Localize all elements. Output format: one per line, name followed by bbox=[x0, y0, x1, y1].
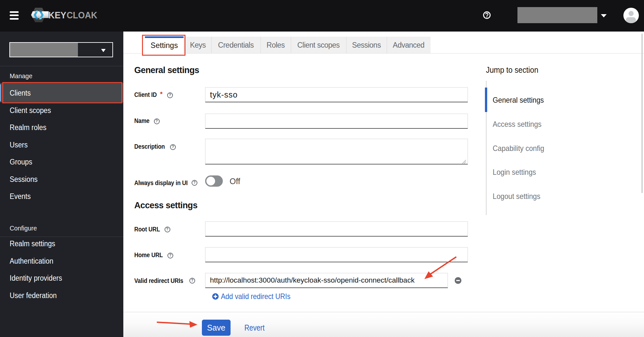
svg-text:CLOAK: CLOAK bbox=[67, 10, 97, 20]
svg-text:KEY: KEY bbox=[48, 10, 66, 20]
